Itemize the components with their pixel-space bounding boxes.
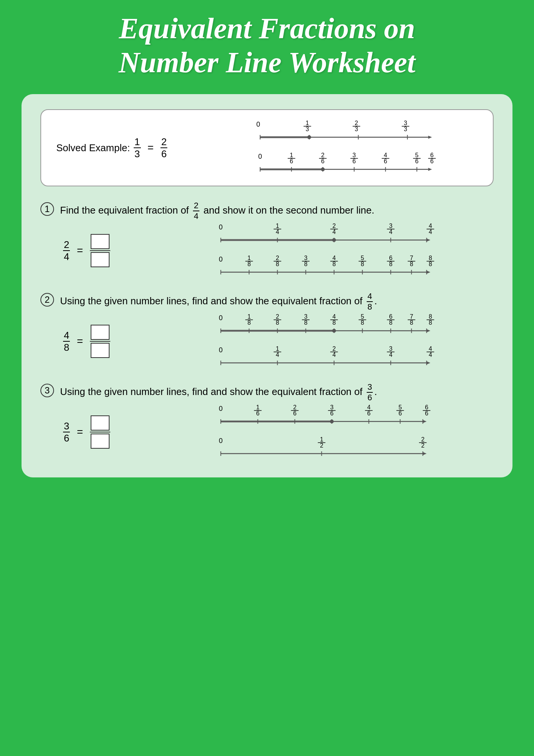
svg-text:1: 1 bbox=[290, 152, 293, 158]
q1-answer: 2 4 = bbox=[63, 234, 110, 267]
svg-text:2: 2 bbox=[276, 313, 279, 320]
q3-denominator-blank[interactable] bbox=[91, 434, 110, 449]
svg-text:5: 5 bbox=[361, 313, 364, 320]
svg-text:1: 1 bbox=[320, 436, 323, 443]
page-title: Equivalent Fractions on Number Line Work… bbox=[23, 11, 511, 79]
svg-text:6: 6 bbox=[290, 158, 293, 164]
svg-text:8: 8 bbox=[361, 319, 364, 326]
q1-blank-fraction bbox=[90, 234, 110, 267]
svg-text:6: 6 bbox=[353, 158, 356, 164]
svg-text:8: 8 bbox=[276, 319, 279, 326]
svg-text:7: 7 bbox=[410, 255, 413, 261]
q1-bottom-nl: 0 1 8 2 8 3 8 4 8 5 8 6 bbox=[125, 256, 494, 277]
svg-text:7: 7 bbox=[410, 313, 413, 320]
q3-bottom-nl: 0 1 2 2 2 bbox=[125, 438, 494, 459]
svg-text:6: 6 bbox=[256, 410, 259, 417]
q1-given-fraction: 2 4 bbox=[193, 201, 199, 220]
svg-text:8: 8 bbox=[389, 261, 392, 267]
svg-text:0: 0 bbox=[219, 314, 222, 322]
svg-text:4: 4 bbox=[429, 229, 432, 235]
svg-text:4: 4 bbox=[384, 152, 387, 158]
solved-bottom-nl: 0 1 6 2 6 3 6 4 6 5 6 bbox=[182, 153, 478, 174]
svg-text:2: 2 bbox=[332, 345, 336, 352]
q3-answer: 3 6 = bbox=[63, 415, 110, 449]
solved-number-lines: 0 ​ 1 3 2 3 3 3 bbox=[182, 121, 478, 174]
svg-text:6: 6 bbox=[384, 158, 387, 164]
svg-text:2: 2 bbox=[355, 120, 358, 126]
svg-text:6: 6 bbox=[398, 410, 402, 417]
svg-text:8: 8 bbox=[247, 319, 251, 326]
q1-numerator-blank[interactable] bbox=[91, 234, 110, 249]
svg-text:8: 8 bbox=[429, 261, 432, 267]
svg-text:6: 6 bbox=[293, 410, 296, 417]
svg-text:4: 4 bbox=[367, 404, 370, 411]
q2-number-lines: 0 1 8 2 8 3 8 4 8 5 8 6 bbox=[125, 315, 494, 368]
svg-text:2: 2 bbox=[421, 436, 424, 443]
svg-marker-158 bbox=[426, 361, 430, 364]
svg-text:2: 2 bbox=[332, 223, 336, 229]
svg-text:1: 1 bbox=[247, 255, 251, 261]
q3-blank-fraction bbox=[90, 415, 110, 449]
svg-text:8: 8 bbox=[332, 261, 336, 267]
svg-text:3: 3 bbox=[330, 404, 333, 411]
main-content: Solved Example: 1 3 = 2 6 0 ​ 1 3 2 bbox=[22, 94, 512, 477]
svg-text:6: 6 bbox=[389, 313, 392, 320]
svg-text:6: 6 bbox=[321, 158, 325, 164]
svg-text:8: 8 bbox=[247, 261, 251, 267]
svg-text:5: 5 bbox=[415, 152, 419, 158]
q3-number: 3 bbox=[40, 384, 54, 397]
solved-example: Solved Example: 1 3 = 2 6 0 ​ 1 3 2 bbox=[40, 109, 494, 186]
q1-number: 1 bbox=[40, 202, 54, 216]
svg-text:1: 1 bbox=[247, 313, 251, 320]
solved-result: 2 6 bbox=[161, 137, 167, 159]
q2-numerator-blank[interactable] bbox=[91, 325, 110, 340]
svg-text:2: 2 bbox=[321, 152, 325, 158]
question-3: 3 Using the given number lines, find and… bbox=[40, 383, 494, 459]
svg-text:4: 4 bbox=[429, 345, 432, 352]
q2-text: Using the given number lines, find and s… bbox=[60, 292, 377, 311]
svg-text:4: 4 bbox=[332, 352, 336, 358]
q2-answer: 4 8 = bbox=[63, 325, 110, 358]
svg-text:2: 2 bbox=[320, 442, 323, 449]
svg-text:4: 4 bbox=[429, 352, 432, 358]
q1-fraction-label: 2 4 bbox=[63, 240, 70, 262]
q1-denominator-blank[interactable] bbox=[91, 252, 110, 267]
svg-text:5: 5 bbox=[361, 255, 364, 261]
svg-text:6: 6 bbox=[425, 404, 428, 411]
svg-marker-38 bbox=[428, 168, 432, 171]
q2-header: 2 Using the given number lines, find and… bbox=[40, 292, 494, 311]
svg-marker-202 bbox=[423, 452, 426, 455]
q3-numerator-blank[interactable] bbox=[91, 415, 110, 431]
solved-fraction: 1 3 bbox=[134, 137, 140, 159]
svg-text:0: 0 bbox=[219, 256, 222, 263]
svg-text:3: 3 bbox=[404, 120, 407, 126]
svg-text:8: 8 bbox=[429, 313, 432, 320]
q3-number-lines: 0 1 6 2 6 3 6 4 6 5 6 6 bbox=[125, 406, 494, 459]
svg-text:8: 8 bbox=[429, 255, 432, 261]
svg-text:4: 4 bbox=[332, 229, 336, 235]
svg-marker-64 bbox=[426, 239, 430, 242]
svg-marker-186 bbox=[423, 420, 426, 423]
svg-text:4: 4 bbox=[332, 255, 336, 261]
svg-text:1: 1 bbox=[256, 404, 259, 411]
q1-body: 2 4 = 0 1 4 2 bbox=[40, 224, 494, 277]
q2-denominator-blank[interactable] bbox=[91, 343, 110, 358]
svg-marker-13 bbox=[428, 136, 432, 139]
svg-text:0: 0 bbox=[219, 437, 222, 445]
svg-text:8: 8 bbox=[304, 319, 307, 326]
q2-fraction-label: 4 8 bbox=[63, 330, 70, 352]
svg-text:3: 3 bbox=[306, 126, 309, 132]
svg-text:6: 6 bbox=[330, 410, 333, 417]
svg-text:0: 0 bbox=[219, 223, 222, 231]
svg-text:3: 3 bbox=[389, 345, 392, 352]
svg-text:3: 3 bbox=[304, 255, 307, 261]
q1-top-nl: 0 1 4 2 4 3 4 4 4 bbox=[125, 224, 494, 245]
q1-header: 1 Find the equivalent fraction of 2 4 an… bbox=[40, 201, 494, 220]
svg-text:8: 8 bbox=[304, 261, 307, 267]
svg-text:6: 6 bbox=[425, 410, 428, 417]
svg-text:4: 4 bbox=[276, 229, 279, 235]
q1-text: Find the equivalent fraction of 2 4 and … bbox=[60, 201, 374, 220]
svg-text:3: 3 bbox=[355, 126, 358, 132]
q3-body: 3 6 = 0 1 6 2 6 bbox=[40, 406, 494, 459]
q2-bottom-nl: 0 1 4 2 4 3 4 4 4 bbox=[125, 347, 494, 368]
